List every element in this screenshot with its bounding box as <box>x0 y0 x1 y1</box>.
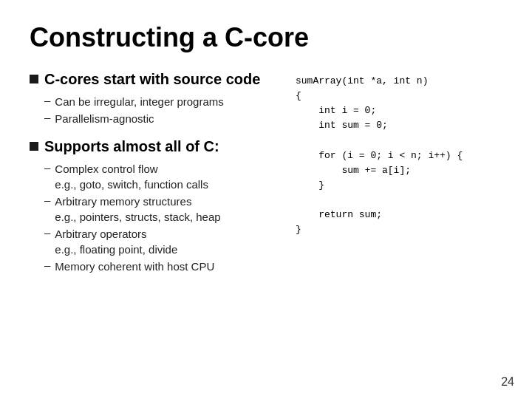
bullet-main-text-1: C-cores start with source code <box>44 71 260 88</box>
sub-bullet-text-2-1: Complex control flowe.g., goto, switch, … <box>55 161 208 192</box>
dash-icon-1-1: – <box>44 94 50 106</box>
dash-icon-2-2: – <box>44 194 50 206</box>
bullet-section-2: Supports almost all of C: – Complex cont… <box>30 138 281 274</box>
right-column: sumArray(int *a, int n) { int i = 0; int… <box>296 71 502 377</box>
sub-bullet-1-2: – Parallelism-agnostic <box>44 111 281 126</box>
dash-icon-2-4: – <box>44 259 50 271</box>
bullet-main-2: Supports almost all of C: <box>30 138 281 155</box>
sub-bullet-2-4: – Memory coherent with host CPU <box>44 259 281 274</box>
sub-bullet-text-1-1: Can be irregular, integer programs <box>55 94 223 109</box>
sub-bullets-1: – Can be irregular, integer programs – P… <box>44 94 281 126</box>
sub-bullet-2-3: – Arbitrary operatorse.g., floating poin… <box>44 226 281 257</box>
sub-bullet-text-2-4: Memory coherent with host CPU <box>55 259 214 274</box>
slide: Constructing a C-core C-cores start with… <box>0 0 532 399</box>
bullet-main-1: C-cores start with source code <box>30 71 281 88</box>
sub-bullets-2: – Complex control flowe.g., goto, switch… <box>44 161 281 274</box>
sub-bullet-text-2-3: Arbitrary operatorse.g., floating point,… <box>55 226 177 257</box>
sub-bullet-text-1-2: Parallelism-agnostic <box>55 111 154 126</box>
slide-title: Constructing a C-core <box>30 22 502 53</box>
bullet-main-text-2: Supports almost all of C: <box>44 138 219 155</box>
bullet-square-icon-1 <box>30 75 38 83</box>
left-column: C-cores start with source code – Can be … <box>30 71 281 377</box>
bullet-square-icon-2 <box>30 142 38 151</box>
code-block: sumArray(int *a, int n) { int i = 0; int… <box>296 71 502 238</box>
page-number: 24 <box>501 375 514 389</box>
sub-bullet-text-2-2: Arbitrary memory structurese.g., pointer… <box>55 194 220 225</box>
slide-body: C-cores start with source code – Can be … <box>30 71 502 377</box>
dash-icon-1-2: – <box>44 111 50 123</box>
sub-bullet-1-1: – Can be irregular, integer programs <box>44 94 281 109</box>
sub-bullet-2-1: – Complex control flowe.g., goto, switch… <box>44 161 281 192</box>
bullet-section-1: C-cores start with source code – Can be … <box>30 71 281 126</box>
dash-icon-2-3: – <box>44 226 50 239</box>
dash-icon-2-1: – <box>44 161 50 174</box>
sub-bullet-2-2: – Arbitrary memory structurese.g., point… <box>44 194 281 225</box>
